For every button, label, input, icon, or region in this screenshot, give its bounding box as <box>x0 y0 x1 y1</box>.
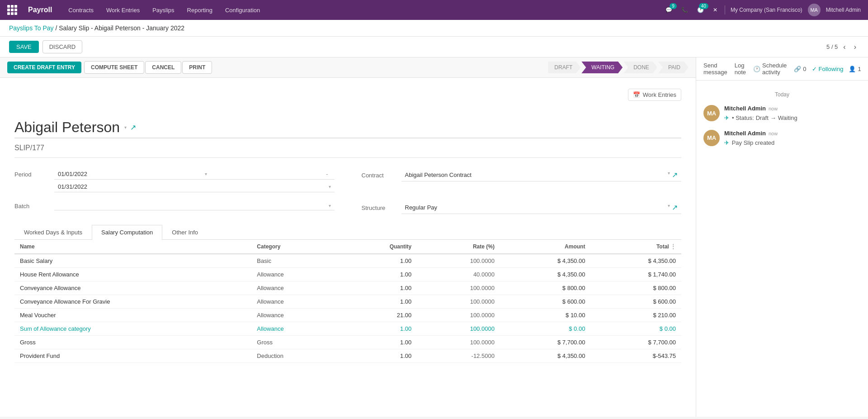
send-message-button[interactable]: Send message <box>703 62 727 76</box>
paperclip-count[interactable]: 🔗 0 <box>794 66 806 72</box>
status-paid[interactable]: PAID <box>658 62 689 73</box>
cell-category-6: Gross <box>251 336 340 349</box>
cell-amount-0: $ 4,350.00 <box>500 254 591 268</box>
save-button[interactable]: SAVE <box>9 41 39 53</box>
top-nav-menu: Contracts Work Entries Payslips Reportin… <box>63 3 653 17</box>
nav-payslips[interactable]: Payslips <box>147 3 179 17</box>
status-waiting[interactable]: WAITING <box>581 62 623 73</box>
breadcrumb-current: Salary Slip - Abigail Peterson - January… <box>59 24 184 32</box>
chat-icon[interactable]: 💬9 <box>664 5 674 15</box>
nav-reporting[interactable]: Reporting <box>182 3 218 17</box>
compute-sheet-button[interactable]: COMPUTE SHEET <box>84 61 144 74</box>
cell-total-7: $-543.75 <box>590 349 681 363</box>
contract-external-link-icon[interactable]: ↗ <box>672 171 678 179</box>
contract-dropdown[interactable]: ▾ <box>668 171 670 179</box>
structure-dropdown[interactable]: ▾ <box>668 203 670 212</box>
nav-contracts[interactable]: Contracts <box>63 3 99 17</box>
cell-quantity-4: 21.00 <box>340 309 417 322</box>
cell-name-4: Meal Voucher <box>14 309 251 322</box>
col-rate: Rate (%) <box>417 240 500 254</box>
tab-worked-days[interactable]: Worked Days & Inputs <box>14 225 92 239</box>
cell-total-2: $ 800.00 <box>590 281 681 295</box>
status-done[interactable]: DONE <box>623 62 657 73</box>
close-icon[interactable]: ✕ <box>711 5 719 15</box>
status-pipeline: DRAFT WAITING DONE PAID <box>548 62 689 73</box>
table-row-7[interactable]: Provident Fund Deduction 1.00 -12.5000 $… <box>14 349 681 363</box>
table-row-1[interactable]: House Rent Allowance Allowance 1.00 40.0… <box>14 268 681 281</box>
cell-name-1: House Rent Allowance <box>14 268 251 281</box>
log-note-button[interactable]: Log note <box>735 62 746 76</box>
col-menu-icon[interactable]: ⋮ <box>670 243 676 250</box>
user-avatar[interactable]: MA <box>808 4 821 16</box>
cell-rate-2: 100.0000 <box>417 281 500 295</box>
followers-count[interactable]: 👤 1 <box>849 66 861 72</box>
col-name: Name <box>14 240 251 254</box>
structure-field: Structure Regular Pay ▾ ↗ <box>362 201 682 214</box>
cell-rate-7: -12.5000 <box>417 349 500 363</box>
message-content-1: Mitchell Admin now ✈ • Status: Draft → W… <box>724 105 861 123</box>
table-row-3[interactable]: Conveyance Allowance For Gravie Allowanc… <box>14 295 681 309</box>
cell-category-1: Allowance <box>251 268 340 281</box>
cell-amount-7: $ 4,350.00 <box>500 349 591 363</box>
create-draft-button[interactable]: CREATE DRAFT ENTRY <box>7 62 81 73</box>
period-start-dropdown[interactable]: ▾ <box>205 171 207 176</box>
tab-salary-computation[interactable]: Salary Computation <box>92 225 162 240</box>
nav-work-entries[interactable]: Work Entries <box>101 3 145 17</box>
work-entries-button[interactable]: 📅 Work Entries <box>628 89 681 101</box>
cell-category-0: Basic <box>251 254 340 268</box>
batch-dropdown[interactable]: ▾ <box>329 203 331 208</box>
period-field: Period 01/01/2022 ▾ - 01/31/2022 ▾ <box>14 169 335 192</box>
slip-number: SLIP/177 <box>14 144 681 158</box>
chatter-toolbar: Send message Log note 🕐 Schedule activit… <box>696 57 868 81</box>
cell-rate-1: 40.0000 <box>417 268 500 281</box>
message-2: MA Mitchell Admin now ✈ Pay Slip created <box>703 130 861 148</box>
cell-quantity-3: 1.00 <box>340 295 417 309</box>
schedule-activity-button[interactable]: 🕐 Schedule activity <box>753 62 787 76</box>
period-end-dropdown[interactable]: ▾ <box>329 184 331 189</box>
cell-name-5[interactable]: Sum of Allowance category <box>14 322 251 336</box>
form-fields: Period 01/01/2022 ▾ - 01/31/2022 ▾ <box>14 169 681 214</box>
employee-external-link-icon[interactable]: ↗ <box>130 123 136 132</box>
tab-other-info[interactable]: Other Info <box>162 225 208 239</box>
message-content-2: Mitchell Admin now ✈ Pay Slip created <box>724 130 861 148</box>
pagination-next[interactable]: › <box>851 42 859 52</box>
employee-dropdown-icon[interactable]: ▾ <box>124 125 127 130</box>
table-row-0[interactable]: Basic Salary Basic 1.00 100.0000 $ 4,350… <box>14 254 681 268</box>
phone-icon[interactable]: 📞 <box>679 5 690 15</box>
breadcrumb-parent[interactable]: Payslips To Pay <box>9 24 54 32</box>
cell-amount-6: $ 7,700.00 <box>500 336 591 349</box>
user-name: Mitchell Admin <box>826 7 861 13</box>
cell-category-5[interactable]: Allowance <box>251 322 340 336</box>
discard-button[interactable]: DISCARD <box>42 40 83 53</box>
clock-icon[interactable]: 🕐40 <box>695 5 706 15</box>
contract-field: Contract Abigail Peterson Contract ▾ ↗ <box>362 169 682 192</box>
cell-rate-4: 100.0000 <box>417 309 500 322</box>
table-row-6[interactable]: Gross Gross 1.00 100.0000 $ 7,700.00 $ 7… <box>14 336 681 349</box>
following-button[interactable]: ✓ Following <box>812 66 844 72</box>
clock-activity-icon: 🕐 <box>753 66 760 72</box>
msg-time-2: now <box>769 131 778 136</box>
status-draft[interactable]: DRAFT <box>548 62 580 73</box>
cell-quantity-0: 1.00 <box>340 254 417 268</box>
cell-quantity-7: 1.00 <box>340 349 417 363</box>
top-nav-right: 💬9 📞 🕐40 ✕ My Company (San Francisco) MA… <box>664 4 861 16</box>
app-switcher-icon[interactable] <box>7 5 17 15</box>
cancel-button[interactable]: CANCEL <box>145 61 181 74</box>
breadcrumb: Payslips To Pay / Salary Slip - Abigail … <box>0 20 868 37</box>
pagination: 5 / 5 ‹ › <box>826 42 859 52</box>
pagination-prev[interactable]: ‹ <box>840 42 848 52</box>
airplane-icon-2: ✈ <box>724 139 729 146</box>
table-row-2[interactable]: Conveyance Allowance Allowance 1.00 100.… <box>14 281 681 295</box>
cell-name-7: Provident Fund <box>14 349 251 363</box>
doc-content: 📅 Work Entries Abigail Peterson ▾ ↗ SLIP… <box>0 78 696 417</box>
structure-external-link-icon[interactable]: ↗ <box>672 203 678 212</box>
table-row-5[interactable]: Sum of Allowance category Allowance 1.00… <box>14 322 681 336</box>
col-amount: Amount <box>500 240 591 254</box>
table-header-row: Name Category Quantity Rate (%) Amount T… <box>14 240 681 254</box>
print-button[interactable]: PRINT <box>182 61 212 74</box>
table-row-4[interactable]: Meal Voucher Allowance 21.00 100.0000 $ … <box>14 309 681 322</box>
app-brand: Payroll <box>28 6 52 14</box>
cell-rate-3: 100.0000 <box>417 295 500 309</box>
doc-toolbar: CREATE DRAFT ENTRY COMPUTE SHEET CANCEL … <box>0 57 696 78</box>
nav-configuration[interactable]: Configuration <box>220 3 265 17</box>
